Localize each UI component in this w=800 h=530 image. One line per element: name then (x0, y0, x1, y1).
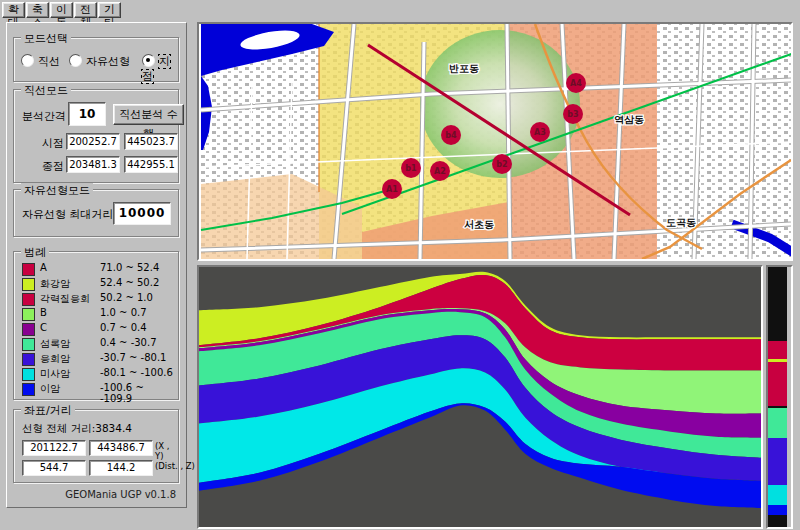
legend-item: A71.0 ~ 52.4 (14, 262, 178, 277)
borehole-label-b1: b1 (405, 164, 417, 173)
xy-caption: (X , Y) (155, 441, 178, 461)
max-distance-label: 자유선형 최대거리 (22, 207, 114, 222)
legend-color-swatch (22, 368, 35, 381)
line-mode-title: 직선모드 (21, 83, 71, 98)
legend-item-label: 화강암 (40, 277, 70, 291)
legend-item-range: 71.0 ~ 52.4 (100, 262, 159, 273)
district-label: 반포동 (449, 63, 479, 74)
legend-item-label: C (40, 322, 47, 333)
column-segment (768, 515, 787, 527)
run-line-analysis-button[interactable]: 직선분석 수행 (113, 104, 184, 125)
column-segment-이암 (768, 505, 787, 515)
column-segment-A (768, 341, 787, 359)
radio-point[interactable]: 지점 (142, 54, 178, 84)
legend-item-label: 섬록암 (40, 337, 70, 351)
legend-color-swatch (22, 278, 35, 291)
district-label: 서초동 (464, 219, 494, 230)
legend-color-swatch (22, 308, 35, 321)
legend-item-label: 응회암 (40, 352, 70, 366)
column-segment-섬록암 (768, 408, 787, 438)
coord-group: 좌표/거리 선형 전체 거리:3834.4 201122.7 443486.7 … (13, 409, 179, 483)
district-label: 도곡동 (666, 217, 696, 228)
legend-body: A71.0 ~ 52.4화강암52.4 ~ 50.2각력질응회50.2 ~ 1.… (14, 262, 178, 398)
end-x-input[interactable]: 203481.3 (66, 156, 120, 173)
legend-item-range: -80.1 ~ -100.6 (100, 367, 173, 378)
legend-item-label: 미사암 (40, 367, 70, 381)
borehole-label-A4: A4 (570, 79, 582, 88)
legend-color-swatch (22, 353, 35, 366)
legend-item-range: 52.4 ~ 50.2 (100, 277, 159, 288)
toolbar-button-etc[interactable]: 기타 (98, 2, 121, 18)
toolbar-button-zoom-out[interactable]: 축소 (26, 2, 49, 18)
interval-label: 분석간격 (22, 109, 66, 124)
legend-item: B1.0 ~ 0.7 (14, 307, 178, 322)
free-line-mode-group: 자유선형모드 자유선형 최대거리 10000 (13, 189, 179, 237)
legend-item-label: A (40, 262, 47, 273)
legend-item: 화강암52.4 ~ 50.2 (14, 277, 178, 292)
toolbar-button-zoom-in[interactable]: 확대 (2, 2, 25, 18)
column-segment-미사암 (768, 485, 787, 505)
borehole-column (768, 267, 787, 523)
geomania-window: { "toolbar": {"buttons": ["확대","축소","이동"… (0, 0, 800, 530)
legend-color-swatch (22, 323, 35, 336)
end-y-input[interactable]: 442955.1 (124, 156, 178, 173)
radio-line[interactable]: 직선 (21, 54, 60, 69)
legend-item: 이암-100.6 ~ -109.9 (14, 382, 178, 397)
legend-item: 섬록암0.4 ~ -30.7 (14, 337, 178, 352)
radio-freeline-label[interactable]: 자유선형 (86, 55, 130, 68)
map-panel[interactable]: A1b1A2b4b2A3b3A4반포동역삼동서초동도곡동 (197, 22, 793, 261)
coord-title: 좌표/거리 (21, 403, 75, 418)
legend-group: 범례 A71.0 ~ 52.4화강암52.4 ~ 50.2각력질응회50.2 ~… (13, 251, 179, 400)
district-label: 역삼동 (614, 114, 644, 125)
legend-color-swatch (22, 383, 35, 396)
toolbar-button-full-extent[interactable]: 전체 (74, 2, 97, 18)
borehole-label-A1: A1 (386, 185, 398, 194)
legend-item-label: 각력질응회 (40, 292, 90, 306)
distz-caption: (Dist. , Z) (155, 461, 195, 471)
legend-item-range: -100.6 ~ -109.9 (100, 382, 178, 404)
radio-line-label[interactable]: 직선 (38, 55, 60, 68)
legend-item-range: 1.0 ~ 0.7 (100, 307, 147, 318)
legend-color-swatch (22, 293, 35, 306)
interval-input[interactable]: 10 (68, 102, 106, 126)
legend-item-label: 이암 (40, 382, 60, 396)
free-line-mode-title: 자유선형모드 (21, 183, 93, 198)
coord-x-field: 201122.7 (22, 440, 86, 456)
cross-section-canvas (199, 267, 761, 527)
column-segment-각력질응회 (768, 362, 787, 406)
legend-item-range: -30.7 ~ -80.1 (100, 352, 166, 363)
column-segment (768, 267, 787, 341)
radio-freeline[interactable]: 자유선형 (69, 54, 130, 69)
borehole-label-A3: A3 (534, 128, 546, 137)
mode-select-group: 모드선택 직선 자유선형 지점 (13, 37, 179, 82)
legend-item-range: 0.4 ~ -30.7 (100, 337, 157, 348)
legend-item: C0.7 ~ 0.4 (14, 322, 178, 337)
column-segment-응회암 (768, 438, 787, 485)
legend-item: 각력질응회50.2 ~ 1.0 (14, 292, 178, 307)
borehole-label-A2: A2 (434, 167, 446, 176)
total-distance-label: 선형 전체 거리:3834.4 (22, 422, 132, 436)
legend-title: 범례 (21, 245, 49, 260)
borehole-label-b3: b3 (567, 110, 578, 119)
max-distance-input[interactable]: 10000 (113, 202, 171, 225)
version-label: GEOMania UGP v0.1.8 (65, 489, 176, 500)
radio-line-circle[interactable] (21, 54, 34, 67)
line-mode-group: 직선모드 분석간격 10 직선분석 수행 시점 200252.7 445023.… (13, 89, 179, 183)
legend-item: 미사암-80.1 ~ -100.6 (14, 367, 178, 382)
toolbar-button-pan[interactable]: 이동 (50, 2, 73, 18)
start-y-input[interactable]: 445023.7 (124, 133, 178, 150)
radio-freeline-circle[interactable] (69, 54, 82, 67)
map-canvas[interactable]: A1b1A2b4b2A3b3A4반포동역삼동서초동도곡동 (199, 24, 791, 259)
legend-color-swatch (22, 263, 35, 276)
start-x-input[interactable]: 200252.7 (66, 133, 120, 150)
borehole-column-panel (766, 265, 793, 529)
legend-item-range: 0.7 ~ 0.4 (100, 322, 147, 333)
mode-select-title: 모드선택 (21, 31, 71, 46)
radio-point-circle[interactable] (142, 54, 155, 67)
legend-item-label: B (40, 307, 47, 318)
end-point-label: 종점 (42, 159, 64, 174)
legend-item-range: 50.2 ~ 1.0 (100, 292, 153, 303)
borehole-label-b2: b2 (496, 160, 507, 169)
cross-section-panel[interactable] (197, 265, 763, 529)
coord-y-field: 443486.7 (89, 440, 153, 456)
